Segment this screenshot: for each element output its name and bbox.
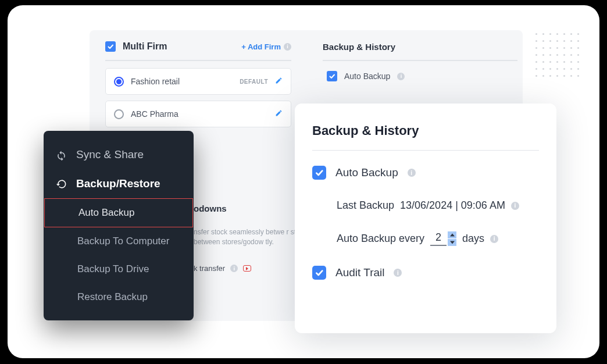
backup-frequency-row: Auto Backup every 2 days i [312, 231, 539, 246]
dots-decoration [535, 33, 584, 82]
auto-backup-label-small: Auto Backup [344, 72, 390, 81]
firm-list: Fashion retail DEFAULT ABC Pharma [105, 68, 291, 133]
edit-icon[interactable] [275, 76, 283, 87]
spinner-down[interactable] [448, 239, 456, 246]
auto-backup-row: Auto Backup i [312, 166, 539, 180]
firm-item[interactable]: Fashion retail DEFAULT [105, 68, 291, 95]
auto-backup-label: Auto Backup [335, 166, 398, 179]
sidebar-label: Restore Backup [77, 291, 148, 302]
firm-name: Fashion retail [131, 77, 180, 86]
sidebar-menu: Sync & Share Backup/Restore Auto Backup … [44, 131, 194, 320]
audit-trail-checkbox[interactable] [312, 266, 326, 280]
auto-backup-checkbox[interactable] [312, 166, 326, 180]
play-icon[interactable] [243, 265, 251, 272]
radio-unselected[interactable] [114, 109, 124, 119]
frequency-suffix: days [462, 233, 484, 245]
info-icon: i [284, 43, 291, 51]
info-icon: i [490, 235, 498, 243]
divider [105, 60, 291, 61]
auto-backup-row-small: Auto Backup i [327, 71, 405, 81]
default-tag: DEFAULT [240, 78, 268, 85]
backup-history-title: Backup & History [312, 123, 539, 138]
backup-history-title-small: Backup & History [323, 42, 395, 52]
edit-icon[interactable] [275, 109, 283, 119]
sidebar-label: Auto Backup [78, 207, 134, 218]
audit-trail-label: Audit Trail [335, 266, 384, 279]
main-card: Multi Firm + Add Firm i Fashion retail D… [8, 5, 599, 358]
sidebar-label: Sync & Share [76, 148, 144, 161]
audit-trail-row: Audit Trail i [312, 266, 539, 280]
info-icon: i [511, 202, 519, 210]
spinner-up[interactable] [448, 231, 456, 238]
sidebar-label: Backup To Computer [77, 235, 169, 247]
auto-backup-checkbox-small[interactable] [327, 71, 337, 81]
godown-transfer-label: k transfer [194, 264, 225, 273]
restore-icon [55, 178, 67, 190]
godown-title: odowns [194, 204, 227, 213]
sidebar-sub-backup-computer[interactable]: Backup To Computer [44, 227, 194, 255]
firm-name: ABC Pharma [131, 109, 178, 119]
add-firm-label: + Add Firm [241, 42, 281, 51]
multi-firm-checkbox[interactable] [105, 41, 116, 52]
sidebar-sub-auto-backup[interactable]: Auto Backup [44, 198, 193, 227]
sidebar-sub-restore-backup[interactable]: Restore Backup [44, 283, 194, 311]
info-icon: i [397, 73, 405, 80]
info-icon: i [394, 269, 402, 277]
divider [312, 150, 539, 151]
last-backup-value: 13/06/2024 | 09:06 AM [400, 199, 505, 212]
divider [323, 60, 517, 61]
frequency-prefix: Auto Backup every [337, 233, 424, 245]
days-spinner [448, 231, 456, 246]
sync-icon [55, 149, 67, 160]
firm-item[interactable]: ABC Pharma [105, 101, 291, 127]
days-input[interactable]: 2 [430, 231, 456, 246]
sidebar-item-sync[interactable]: Sync & Share [44, 140, 194, 169]
last-backup-label: Last Backup [337, 199, 394, 212]
backup-history-card: Backup & History Auto Backup i Last Back… [295, 104, 556, 333]
sidebar-label: Backup To Drive [77, 263, 149, 274]
multi-firm-title: Multi Firm [123, 41, 167, 52]
radio-selected[interactable] [114, 77, 124, 87]
sidebar-label: Backup/Restore [76, 177, 160, 190]
multi-firm-header: Multi Firm + Add Firm i [105, 41, 291, 52]
add-firm-button[interactable]: + Add Firm i [241, 42, 291, 51]
sidebar-item-backup-restore[interactable]: Backup/Restore [44, 169, 194, 198]
sidebar-sub-backup-drive[interactable]: Backup To Drive [44, 255, 194, 283]
days-value[interactable]: 2 [430, 231, 447, 246]
info-icon: i [230, 265, 238, 272]
godown-transfer-row: k transfer i [194, 264, 251, 273]
info-icon: i [408, 169, 416, 177]
last-backup-row: Last Backup 13/06/2024 | 09:06 AM i [312, 199, 539, 212]
